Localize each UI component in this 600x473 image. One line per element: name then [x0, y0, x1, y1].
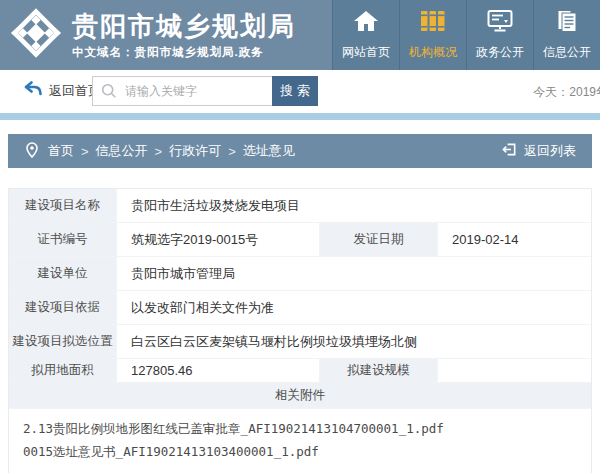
- monitor-icon: [487, 9, 513, 37]
- breadcrumb-separator: >: [228, 144, 236, 159]
- field-value: 贵阳市生活垃圾焚烧发电项目: [116, 189, 591, 222]
- field-label: 建设项目名称: [9, 189, 116, 222]
- site-header: 贵阳市城乡规划局 中文域名：贵阳市城乡规划局.政务 网站首页: [0, 0, 600, 70]
- nav-item-label: 政务公开: [476, 44, 524, 61]
- return-list-label: 返回列表: [524, 142, 576, 160]
- breadcrumb-separator: >: [81, 144, 89, 159]
- field-value: 白云区白云区麦架镇马堰村比例坝垃圾填埋场北侧: [116, 325, 591, 358]
- breadcrumb: 首页 > 信息公开 > 行政许可 > 选址意见 返回列表: [8, 134, 592, 168]
- main-nav: 网站首页: [332, 0, 600, 70]
- nav-item-label: 网站首页: [342, 44, 390, 61]
- nav-item-org-overview[interactable]: 机构概况: [399, 0, 466, 70]
- brand-area: 贵阳市城乡规划局 中文域名：贵阳市城乡规划局.政务: [0, 0, 332, 70]
- documents-icon: [555, 9, 579, 37]
- field-label: 证书编号: [9, 223, 116, 256]
- permit-detail-table: 建设项目名称 贵阳市生活垃圾焚烧发电项目 证书编号 筑规选字2019-0015号…: [8, 188, 592, 473]
- breadcrumb-info-disclosure[interactable]: 信息公开: [96, 142, 148, 160]
- field-value: 贵阳市城市管理局: [116, 257, 591, 290]
- field-label: 建设单位: [9, 257, 116, 290]
- site-title: 贵阳市城乡规划局: [72, 11, 296, 41]
- back-arrow-icon: [24, 81, 42, 100]
- books-icon: [420, 9, 446, 37]
- field-value: 127805.46: [116, 359, 319, 382]
- table-row: 建设项目拟选位置 白云区白云区麦架镇马堰村比例坝垃圾填埋场北侧: [9, 325, 591, 359]
- table-row: 建设单位 贵阳市城市管理局: [9, 257, 591, 291]
- breadcrumb-home[interactable]: 首页: [48, 142, 74, 160]
- table-row: 拟用地面积 127805.46 拟建设规模: [9, 359, 591, 383]
- nav-item-label: 信息公开: [543, 44, 591, 61]
- return-to-list-button[interactable]: 返回列表: [502, 142, 576, 160]
- field-label: 建设项目依据: [9, 291, 116, 324]
- field-value: [437, 359, 591, 382]
- nav-item-label: 机构概况: [409, 44, 457, 61]
- attachments-header: 相关附件: [9, 383, 591, 409]
- breadcrumb-admin-permit[interactable]: 行政许可: [169, 142, 221, 160]
- toolbar: 返回首页 搜 索 今天：2019年: [0, 70, 600, 113]
- table-row: 建设项目依据 以发改部门相关文件为准: [9, 291, 591, 325]
- today-date-label: 今天：2019年: [533, 84, 600, 101]
- field-label: 拟用地面积: [9, 359, 116, 382]
- nav-item-gov-affairs[interactable]: 政务公开: [466, 0, 533, 70]
- field-value: 2019-02-14: [437, 223, 591, 256]
- brand-text: 贵阳市城乡规划局 中文域名：贵阳市城乡规划局.政务: [72, 11, 296, 60]
- page: 贵阳市城乡规划局 中文域名：贵阳市城乡规划局.政务 网站首页: [0, 0, 600, 473]
- table-row: 证书编号 筑规选字2019-0015号 发证日期 2019-02-14: [9, 223, 591, 257]
- table-row: 建设项目名称 贵阳市生活垃圾焚烧发电项目: [9, 189, 591, 223]
- bureau-logo-icon: [10, 7, 62, 63]
- search-icon: [101, 83, 117, 103]
- attachment-pdf-link[interactable]: 2.13贵阳比例坝地形图红线已盖审批章_AFI19021413104700001…: [23, 417, 577, 440]
- breadcrumb-separator: >: [155, 144, 163, 159]
- field-label: 建设项目拟选位置: [9, 325, 116, 358]
- field-value: 筑规选字2019-0015号: [116, 223, 319, 256]
- nav-item-info-disclosure[interactable]: 信息公开: [533, 0, 600, 70]
- attachments-list: 2.13贵阳比例坝地形图红线已盖审批章_AFI19021413104700001…: [9, 409, 591, 473]
- search-button[interactable]: 搜 索: [272, 76, 318, 106]
- return-list-icon: [502, 142, 517, 160]
- search-bar: 搜 索: [92, 76, 318, 106]
- site-subtitle: 中文域名：贵阳市城乡规划局.政务: [72, 45, 296, 60]
- location-pin-icon: [26, 142, 38, 161]
- back-home-link[interactable]: 返回首页: [24, 81, 101, 100]
- home-icon: [353, 9, 379, 37]
- search-input[interactable]: [92, 76, 272, 106]
- field-label: 发证日期: [319, 223, 437, 256]
- field-label: 拟建设规模: [319, 359, 437, 382]
- attachment-pdf-link[interactable]: 0015选址意见书_AFI19021413103400001_1.pdf: [23, 440, 577, 463]
- field-value: 以发改部门相关文件为准: [116, 291, 591, 324]
- breadcrumb-site-selection[interactable]: 选址意见: [243, 142, 295, 160]
- divider-strip: [0, 113, 600, 120]
- nav-item-home[interactable]: 网站首页: [332, 0, 399, 70]
